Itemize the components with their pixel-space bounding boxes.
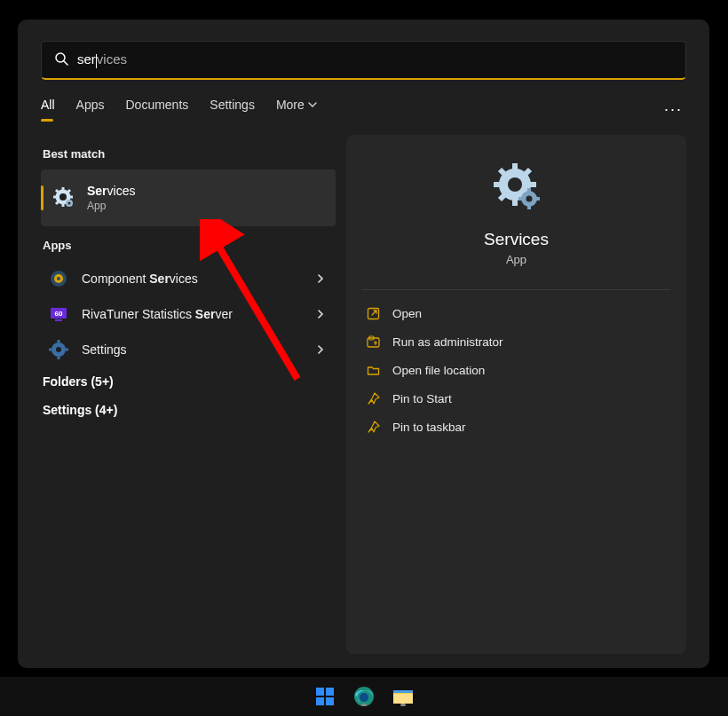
detail-subtitle: App	[506, 253, 526, 266]
overflow-menu-button[interactable]: ···	[664, 100, 686, 119]
svg-point-13	[67, 201, 70, 204]
separator	[362, 289, 670, 290]
result-folders[interactable]: Folders (5+)	[41, 367, 336, 396]
component-services-icon	[48, 268, 69, 289]
action-label: Pin to Start	[392, 392, 452, 405]
section-apps: Apps	[43, 239, 336, 252]
result-subtitle: App	[87, 200, 135, 212]
svg-rect-19	[55, 319, 62, 321]
action-label: Open	[392, 307, 422, 320]
svg-rect-49	[326, 697, 334, 705]
chevron-right-icon	[316, 343, 325, 357]
detail-pane: Services App Open Run as administrator	[346, 135, 686, 654]
chevron-right-icon	[316, 272, 325, 286]
detail-title: Services	[484, 230, 549, 249]
svg-rect-46	[316, 688, 324, 696]
rivatuner-icon: 60	[48, 303, 69, 325]
svg-point-37	[526, 196, 532, 202]
search-input[interactable]: services	[41, 41, 686, 80]
svg-text:60: 60	[55, 310, 63, 318]
results-list: Best match	[41, 135, 336, 654]
search-icon	[54, 51, 68, 68]
action-label: Pin to taskbar	[392, 421, 466, 434]
svg-line-11	[67, 190, 70, 193]
tab-apps[interactable]: Apps	[76, 98, 105, 121]
svg-rect-48	[316, 697, 324, 705]
action-list: Open Run as administrator Open file loca…	[360, 299, 672, 441]
result-component-services[interactable]: Component Services	[41, 261, 336, 296]
open-icon	[366, 306, 380, 320]
svg-line-10	[56, 201, 59, 204]
svg-point-16	[57, 277, 60, 280]
result-settings-group[interactable]: Settings (4+)	[41, 396, 336, 424]
active-tab-indicator	[41, 119, 53, 122]
chevron-right-icon	[316, 308, 325, 321]
action-run-admin[interactable]: Run as administrator	[360, 327, 672, 356]
gear-icon	[53, 187, 75, 209]
result-best-match[interactable]: Services App	[41, 169, 336, 226]
svg-line-35	[526, 169, 530, 174]
svg-line-1	[64, 61, 67, 65]
svg-point-21	[56, 347, 61, 352]
start-search-panel: services All Apps Documents Settings Mor…	[18, 20, 709, 668]
pin-icon	[366, 391, 380, 405]
section-best-match: Best match	[43, 147, 336, 161]
svg-point-3	[59, 193, 67, 201]
svg-line-34	[500, 195, 504, 200]
folder-icon	[366, 363, 380, 377]
filter-tabs: All Apps Documents Settings More ···	[41, 98, 686, 121]
tab-documents[interactable]: Documents	[125, 98, 188, 121]
action-open-location[interactable]: Open file location	[360, 356, 672, 384]
services-app-icon	[492, 161, 542, 214]
svg-rect-47	[326, 688, 334, 696]
result-settings[interactable]: Settings	[41, 332, 336, 367]
result-title: Services	[87, 184, 135, 198]
svg-line-8	[56, 190, 59, 193]
svg-rect-52	[393, 694, 413, 704]
result-label: RivaTuner Statistics Server	[82, 307, 304, 321]
action-label: Run as administrator	[392, 335, 503, 349]
start-button[interactable]	[313, 685, 336, 708]
search-text: services	[77, 51, 127, 67]
result-label: Component Services	[82, 271, 304, 286]
pin-icon	[366, 420, 380, 434]
svg-line-32	[500, 169, 504, 174]
tab-settings[interactable]: Settings	[210, 98, 255, 121]
action-label: Open file location	[392, 364, 485, 377]
settings-gear-icon	[48, 339, 69, 360]
svg-point-27	[508, 177, 522, 192]
svg-rect-53	[393, 690, 413, 693]
result-rivatuner[interactable]: 60 RivaTuner Statistics Server	[41, 296, 336, 332]
action-pin-start[interactable]: Pin to Start	[360, 384, 672, 413]
tab-all[interactable]: All	[41, 98, 55, 121]
action-open[interactable]: Open	[360, 299, 672, 327]
chevron-down-icon	[308, 98, 317, 112]
action-pin-taskbar[interactable]: Pin to taskbar	[360, 413, 672, 441]
file-explorer-icon[interactable]	[392, 685, 415, 708]
tab-more[interactable]: More	[276, 98, 317, 121]
svg-point-51	[360, 693, 368, 702]
shield-icon	[366, 334, 380, 349]
taskbar	[0, 677, 728, 716]
edge-browser-icon[interactable]	[352, 685, 376, 708]
result-label: Settings	[82, 342, 304, 357]
